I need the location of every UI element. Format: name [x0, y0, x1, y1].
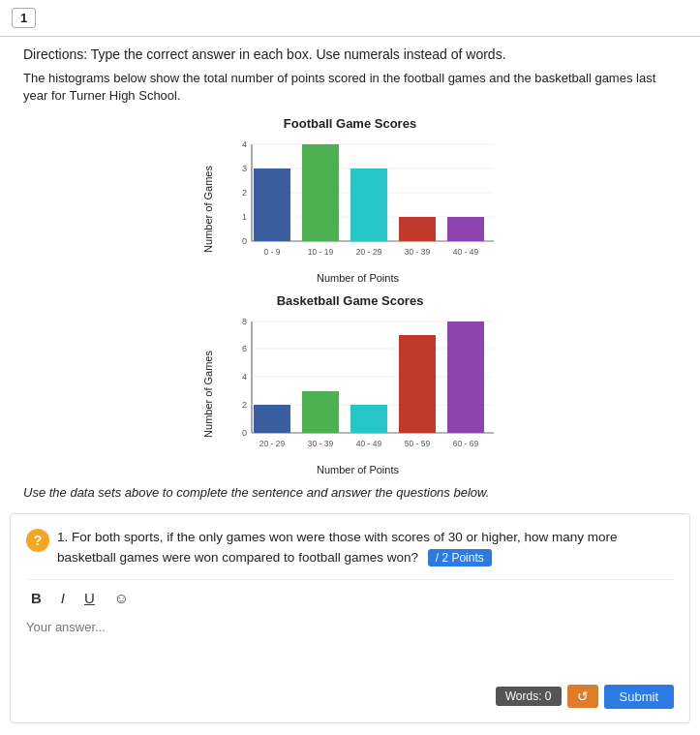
basketball-svg: 0 2 4 6 8 — [218, 312, 499, 462]
svg-text:20 - 29: 20 - 29 — [259, 439, 285, 448]
question-icon: ? — [26, 529, 49, 552]
basketball-bar-4 — [399, 335, 436, 433]
question-number-badge: 1 — [12, 8, 36, 28]
football-chart-area: Number of Games 0 1 — [202, 135, 499, 284]
football-chart-title: Football Game Scores — [284, 116, 416, 131]
svg-text:2: 2 — [241, 188, 246, 198]
svg-text:0: 0 — [241, 428, 246, 438]
points-badge: / 2 Points — [428, 549, 492, 567]
football-x-axis-label: Number of Points — [317, 272, 399, 284]
submit-button[interactable]: Submit — [604, 685, 674, 709]
charts-container: Football Game Scores Number of Games 0 — [23, 116, 677, 475]
basketball-chart-block: Basketball Game Scores Number of Games 0 — [202, 293, 499, 475]
basketball-bar-5 — [447, 322, 484, 433]
svg-text:20 - 29: 20 - 29 — [355, 247, 381, 257]
bottom-bar: Words: 0 ↺ Submit — [26, 685, 674, 709]
words-count-badge: Words: 0 — [496, 687, 562, 706]
basketball-y-axis-label: Number of Games — [202, 351, 214, 438]
svg-text:40 - 49: 40 - 49 — [355, 439, 381, 448]
question-text: 1. For both sports, if the only games wo… — [57, 528, 674, 567]
football-bar-2 — [302, 144, 339, 241]
basketball-x-axis-label: Number of Points — [317, 464, 399, 475]
svg-text:60 - 69: 60 - 69 — [452, 439, 478, 448]
divider — [26, 579, 674, 580]
basketball-chart-title: Basketball Game Scores — [277, 293, 424, 308]
basketball-bar-3 — [350, 405, 387, 433]
top-bar: 1 — [0, 0, 700, 37]
emoji-button[interactable]: ☺ — [109, 588, 134, 608]
svg-text:1: 1 — [241, 212, 246, 222]
football-bar-4 — [399, 217, 436, 241]
football-y-axis-label: Number of Games — [202, 166, 214, 253]
svg-text:3: 3 — [241, 164, 246, 173]
svg-text:0: 0 — [241, 236, 246, 246]
question-row: ? 1. For both sports, if the only games … — [26, 528, 674, 567]
question-text-content: 1. For both sports, if the only games wo… — [57, 530, 618, 564]
formatting-toolbar: B I U ☺ — [26, 588, 674, 608]
svg-text:2: 2 — [241, 400, 246, 410]
description-text: The histograms below show the total numb… — [23, 70, 677, 105]
football-bar-3 — [350, 168, 387, 241]
svg-text:6: 6 — [241, 344, 246, 353]
svg-text:40 - 49: 40 - 49 — [452, 247, 478, 257]
football-bar-1 — [254, 168, 290, 241]
content-area: Directions: Type the correct answer in e… — [0, 37, 700, 500]
italic-button[interactable]: I — [56, 588, 70, 608]
page-wrapper: 1 Directions: Type the correct answer in… — [0, 0, 700, 735]
football-bar-5 — [447, 217, 484, 241]
svg-text:50 - 59: 50 - 59 — [404, 439, 430, 448]
basketball-chart-area: Number of Games 0 2 — [202, 312, 499, 475]
basketball-bar-1 — [254, 405, 290, 433]
answer-input[interactable] — [26, 616, 674, 674]
directions-text: Directions: Type the correct answer in e… — [23, 46, 677, 62]
svg-text:4: 4 — [241, 139, 246, 149]
svg-text:0 - 9: 0 - 9 — [263, 247, 280, 257]
svg-text:30 - 39: 30 - 39 — [307, 439, 333, 448]
underline-button[interactable]: U — [79, 588, 100, 608]
basketball-svg-wrap: 0 2 4 6 8 — [218, 312, 499, 475]
bold-button[interactable]: B — [26, 588, 46, 608]
svg-text:30 - 39: 30 - 39 — [404, 247, 430, 257]
basketball-bar-2 — [302, 391, 339, 433]
question-section: ? 1. For both sports, if the only games … — [10, 513, 690, 723]
svg-text:10 - 19: 10 - 19 — [307, 247, 333, 257]
football-chart-block: Football Game Scores Number of Games 0 — [202, 116, 499, 284]
svg-text:8: 8 — [241, 317, 246, 326]
use-data-text: Use the data sets above to complete the … — [23, 485, 677, 500]
football-svg-wrap: 0 1 2 3 4 — [218, 135, 499, 284]
svg-text:4: 4 — [241, 372, 246, 382]
refresh-button[interactable]: ↺ — [567, 685, 598, 708]
football-svg: 0 1 2 3 4 — [218, 135, 499, 270]
